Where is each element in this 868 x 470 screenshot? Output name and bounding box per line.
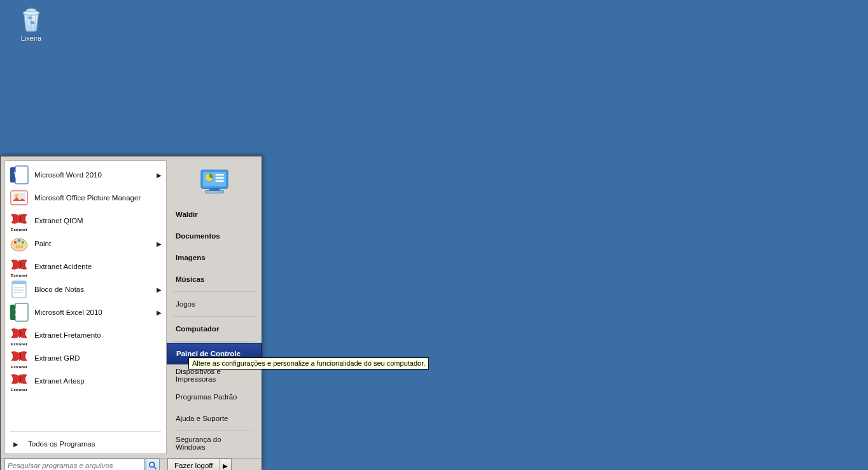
all-programs-item[interactable]: ▶ Todos os Programas: [5, 434, 166, 453]
svg-point-1: [26, 9, 36, 12]
right-pane-item-label: Dispositivos e Impressoras: [176, 368, 253, 383]
submenu-arrow-icon: ▶: [156, 172, 162, 179]
program-item[interactable]: ExtranetExtranet Artesp: [5, 370, 166, 392]
svg-text:W: W: [14, 170, 23, 180]
extranet-icon-caption: Extranet: [9, 365, 29, 369]
program-item[interactable]: Bloco de Notas▶: [5, 278, 166, 301]
program-icon-wrap: [9, 188, 29, 208]
program-label: Extranet Artesp: [29, 377, 156, 385]
program-icon-wrap: [9, 233, 29, 254]
search-button[interactable]: [146, 459, 160, 470]
program-label: Extranet Acidente: [29, 263, 156, 270]
extranet-icon: Extranet: [9, 348, 29, 368]
program-item[interactable]: ExtranetExtranet Fretamento: [5, 324, 166, 347]
right-pane-item-label: Painel de Controle: [176, 350, 241, 357]
extranet-icon: Extranet: [9, 211, 29, 231]
right-pane-header-icon-wrap: [167, 160, 262, 202]
program-item[interactable]: ExtranetExtranet Acidente: [5, 255, 166, 278]
svg-point-12: [20, 245, 23, 248]
right-pane-item-label: Documentos: [176, 232, 220, 240]
start-menu-right-pane: WaldirDocumentosImagensMúsicasJogosCompu…: [167, 156, 262, 458]
right-pane-item[interactable]: Computador: [167, 318, 262, 340]
tooltip: Altere as configurações e personalize a …: [188, 357, 429, 370]
right-pane-item-label: Waldir: [176, 211, 198, 218]
recycle-bin-icon: [17, 4, 46, 33]
notepad-icon: [9, 279, 29, 300]
desktop-icon-label: Lixeira: [8, 34, 55, 42]
program-icon-wrap: Extranet: [9, 211, 29, 231]
submenu-arrow-icon: ▶: [156, 240, 162, 247]
program-icon-wrap: X: [9, 302, 29, 322]
program-label: Extranet GRD: [29, 354, 156, 362]
start-menu-left-pane: WMicrosoft Word 2010▶Microsoft Office Pi…: [4, 160, 167, 454]
right-pane-item[interactable]: Jogos: [167, 293, 262, 315]
program-item[interactable]: Microsoft Office Picture Manager: [5, 186, 166, 209]
right-pane-item-label: Jogos: [176, 300, 195, 308]
svg-point-13: [16, 245, 20, 248]
logoff-dropdown-button[interactable]: ▶: [220, 459, 232, 470]
logoff-label: Fazer logoff: [174, 462, 213, 469]
right-pane-item-label: Músicas: [176, 275, 204, 283]
submenu-arrow-icon: ▶: [156, 309, 162, 316]
program-icon-wrap: W: [9, 165, 29, 185]
svg-rect-26: [215, 177, 223, 179]
word-icon: W: [9, 165, 29, 185]
program-label: Extranet Fretamento: [29, 331, 156, 339]
logoff-split-button: Fazer logoff ▶: [167, 459, 232, 470]
separator: [173, 431, 255, 431]
extranet-icon: Extranet: [9, 371, 29, 391]
program-label: Extranet QIOM: [29, 217, 156, 225]
paint-icon: [9, 233, 29, 254]
extranet-icon-caption: Extranet: [9, 228, 29, 232]
svg-point-11: [22, 241, 24, 244]
program-item[interactable]: Paint▶: [5, 232, 166, 255]
submenu-arrow-icon: ▶: [156, 286, 162, 293]
all-programs-label: Todos os Programas: [28, 440, 95, 448]
program-label: Microsoft Excel 2010: [29, 308, 156, 316]
program-icon-wrap: [9, 279, 29, 300]
extranet-icon: Extranet: [9, 325, 29, 345]
right-pane-item[interactable]: Ajuda e Suporte: [167, 408, 262, 429]
tooltip-text: Altere as configurações e personalize a …: [192, 359, 425, 367]
right-pane-item[interactable]: Programas Padrão: [167, 386, 262, 408]
excel-icon: X: [9, 302, 29, 322]
svg-rect-29: [205, 191, 223, 193]
separator: [173, 316, 255, 317]
extranet-icon-caption: Extranet: [9, 342, 29, 346]
program-icon-wrap: Extranet: [9, 348, 29, 368]
right-pane-item[interactable]: Imagens: [167, 247, 262, 268]
program-item[interactable]: WMicrosoft Word 2010▶: [5, 163, 166, 186]
right-pane-item[interactable]: Músicas: [167, 268, 262, 290]
program-item[interactable]: ExtranetExtranet QIOM: [5, 209, 166, 232]
right-pane-item-label: Ajuda e Suporte: [176, 415, 228, 422]
extranet-icon-caption: Extranet: [9, 273, 29, 277]
separator: [173, 341, 255, 342]
program-label: Bloco de Notas: [29, 286, 156, 293]
svg-rect-28: [209, 188, 219, 190]
arrow-right-icon: ▶: [223, 462, 228, 469]
control-panel-icon: [198, 165, 231, 198]
svg-point-10: [18, 239, 20, 242]
right-pane-item-label: Imagens: [176, 254, 206, 261]
program-label: Microsoft Office Picture Manager: [29, 194, 156, 202]
right-pane-item[interactable]: Segurança do Windows: [167, 432, 262, 454]
right-pane-item-label: Segurança do Windows: [176, 436, 253, 451]
program-item[interactable]: ExtranetExtranet GRD: [5, 347, 166, 370]
separator: [10, 431, 161, 432]
search-input[interactable]: [4, 459, 144, 470]
program-icon-wrap: Extranet: [9, 371, 29, 391]
svg-rect-27: [215, 180, 223, 181]
right-pane-item[interactable]: Documentos: [167, 225, 262, 247]
logoff-button[interactable]: Fazer logoff: [167, 459, 220, 470]
svg-text:X: X: [15, 307, 21, 317]
extranet-icon-caption: Extranet: [9, 388, 29, 392]
program-item[interactable]: XMicrosoft Excel 2010▶: [5, 301, 166, 324]
svg-line-31: [154, 467, 157, 469]
right-pane-item[interactable]: Waldir: [167, 204, 262, 225]
desktop-icon-recycle-bin[interactable]: Lixeira: [8, 4, 55, 42]
magnifier-icon: [148, 461, 157, 470]
program-icon-wrap: Extranet: [9, 325, 29, 345]
separator: [173, 291, 255, 292]
picturemgr-icon: [9, 188, 29, 208]
svg-point-9: [14, 241, 17, 244]
